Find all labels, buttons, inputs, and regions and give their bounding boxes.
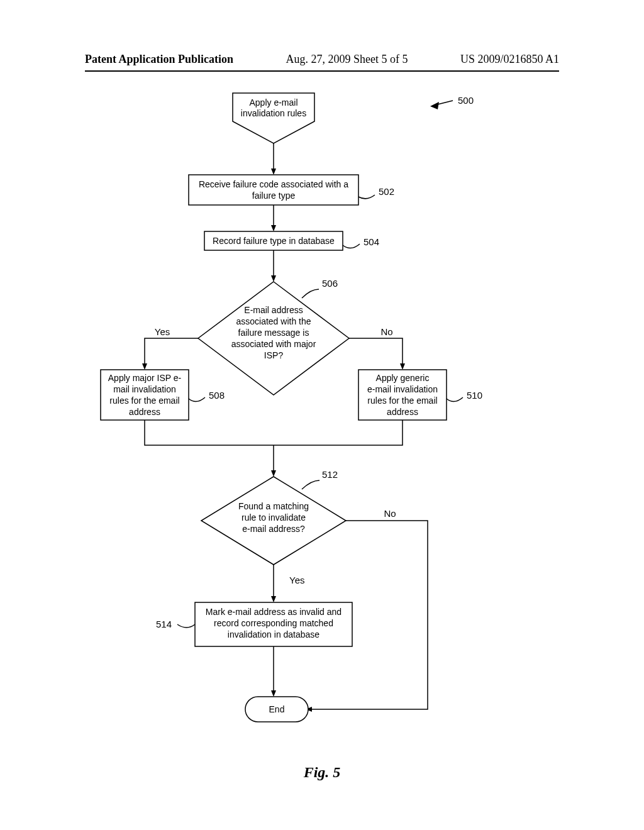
ref-506: 506 bbox=[302, 278, 338, 298]
ref-500: 500 bbox=[430, 95, 474, 109]
svg-text:address: address bbox=[129, 407, 160, 417]
header-right: US 2009/0216850 A1 bbox=[460, 53, 559, 66]
svg-text:failure message is: failure message is bbox=[238, 328, 309, 338]
figure-caption: Fig. 5 bbox=[0, 764, 644, 781]
svg-text:Apply generic: Apply generic bbox=[376, 373, 430, 383]
header-middle: Aug. 27, 2009 Sheet 5 of 5 bbox=[286, 53, 408, 66]
svg-text:rule to invalidate: rule to invalidate bbox=[242, 512, 306, 523]
decision-506: E-mail address associated with the failu… bbox=[198, 282, 349, 395]
n504: Record failure type in database bbox=[213, 236, 335, 246]
svg-text:508: 508 bbox=[209, 390, 225, 401]
ref-504: 504 bbox=[343, 236, 379, 248]
svg-text:e-mail invalidation: e-mail invalidation bbox=[367, 384, 438, 394]
svg-text:510: 510 bbox=[467, 390, 482, 401]
label-no-506: No bbox=[380, 326, 392, 337]
svg-text:504: 504 bbox=[364, 236, 379, 247]
svg-text:Found a matching: Found a matching bbox=[238, 501, 309, 511]
n502-l2: failure type bbox=[252, 191, 296, 201]
node-508: Apply major ISP e- mail invalidation rul… bbox=[101, 370, 189, 420]
start-line2: invalidation rules bbox=[241, 108, 306, 118]
label-yes-506: Yes bbox=[155, 326, 170, 337]
ref-502: 502 bbox=[358, 186, 394, 199]
svg-marker-8 bbox=[198, 282, 349, 395]
node-514: Mark e-mail address as invalid and recor… bbox=[195, 602, 352, 646]
svg-text:Apply major ISP e-: Apply major ISP e- bbox=[108, 373, 182, 383]
label-no-512: No bbox=[384, 508, 396, 519]
header-left: Patent Application Publication bbox=[85, 53, 233, 66]
svg-text:ISP?: ISP? bbox=[264, 350, 284, 360]
ref-510: 510 bbox=[447, 390, 482, 402]
start-line1: Apply e-mail bbox=[249, 97, 297, 108]
svg-text:rules for the email: rules for the email bbox=[367, 396, 437, 406]
ref-508: 508 bbox=[189, 390, 225, 402]
svg-text:506: 506 bbox=[322, 278, 338, 289]
svg-text:associated with major: associated with major bbox=[231, 339, 316, 349]
svg-text:514: 514 bbox=[156, 619, 172, 629]
end-node: End bbox=[245, 697, 308, 722]
svg-text:End: End bbox=[269, 704, 285, 714]
svg-text:address: address bbox=[387, 407, 418, 417]
page-header: Patent Application Publication Aug. 27, … bbox=[85, 53, 559, 66]
ref-500-text: 500 bbox=[458, 95, 474, 106]
node-504: Record failure type in database bbox=[204, 231, 343, 250]
svg-text:record corresponding matched: record corresponding matched bbox=[214, 618, 333, 628]
svg-text:mail invalidation: mail invalidation bbox=[113, 384, 176, 394]
start-node: Apply e-mail invalidation rules bbox=[233, 93, 314, 143]
ref-512: 512 bbox=[302, 469, 338, 489]
label-yes-512: Yes bbox=[289, 575, 304, 585]
svg-text:E-mail address: E-mail address bbox=[244, 305, 303, 315]
flowchart: Apply e-mail invalidation rules 500 Rece… bbox=[0, 87, 644, 753]
n502-l1: Receive failure code associated with a bbox=[199, 179, 348, 189]
svg-text:e-mail address?: e-mail address? bbox=[242, 524, 305, 534]
node-510: Apply generic e-mail invalidation rules … bbox=[358, 370, 447, 420]
svg-text:502: 502 bbox=[379, 186, 394, 197]
ref-514: 514 bbox=[156, 619, 195, 629]
decision-512: Found a matching rule to invalidate e-ma… bbox=[201, 477, 346, 565]
svg-text:Mark e-mail address as invalid: Mark e-mail address as invalid and bbox=[206, 607, 341, 617]
svg-text:associated with the: associated with the bbox=[236, 316, 311, 326]
svg-text:rules for the email: rules for the email bbox=[109, 396, 179, 406]
header-rule bbox=[85, 70, 559, 72]
svg-text:512: 512 bbox=[322, 469, 338, 480]
node-502: Receive failure code associated with a f… bbox=[189, 175, 358, 205]
svg-text:invalidation in database: invalidation in database bbox=[228, 629, 320, 639]
